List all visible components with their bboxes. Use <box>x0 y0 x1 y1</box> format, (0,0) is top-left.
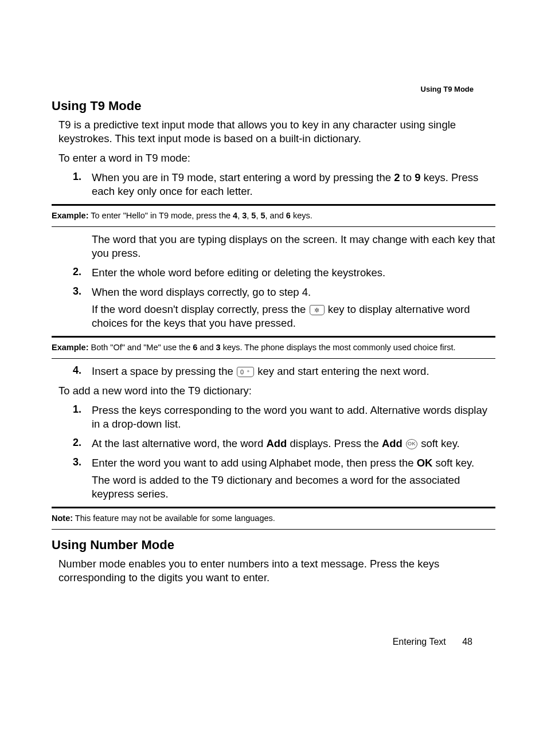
page-number: 48 <box>462 637 472 647</box>
list-item: 2. Enter the whole word before editing o… <box>58 266 495 280</box>
text: keys. The phone displays the most common… <box>221 343 456 352</box>
text: If the word doesn't display correctly, p… <box>92 303 309 315</box>
list-number: 4. <box>58 365 84 377</box>
list-item: 2. At the last alternative word, the wor… <box>58 437 495 451</box>
bold-text: OK <box>417 457 433 469</box>
ordered-list: 4. Insert a space by pressing the 0 ⁺ ke… <box>58 365 495 378</box>
list-number: 3. <box>58 285 84 297</box>
footer-section: Entering Text <box>393 637 446 647</box>
continuation: If the word doesn't display correctly, p… <box>92 303 495 330</box>
text: When the word displays correctly, go to … <box>92 286 311 298</box>
list-text: Enter the whole word before editing or d… <box>84 266 495 280</box>
heading-using-t9-mode: Using T9 Mode <box>52 99 495 113</box>
key-label: 5 <box>260 211 265 220</box>
ordered-list: The word that you are typing displays on… <box>58 233 495 330</box>
key-label: 6 <box>286 211 291 220</box>
bold-text: Add <box>382 437 403 449</box>
list-number: 2. <box>58 266 84 278</box>
list-text: Enter the word you want to add using Alp… <box>84 456 495 501</box>
text: key and start entering the next word. <box>257 365 429 377</box>
list-item: 1. When you are in T9 mode, start enteri… <box>58 171 495 198</box>
content: Using T9 Mode T9 is a predictive text in… <box>52 99 495 585</box>
text: Insert a space by pressing the <box>92 365 236 377</box>
list-number: 2. <box>58 437 84 449</box>
example-label: Example: <box>52 343 88 352</box>
text: , <box>237 211 242 220</box>
key-label: 2 <box>394 171 400 183</box>
list-text: When you are in T9 mode, start entering … <box>84 171 495 198</box>
zero-key-icon: 0 ⁺ <box>237 367 254 377</box>
text: to <box>400 171 415 183</box>
list-item: 3. When the word displays correctly, go … <box>58 285 495 330</box>
list-number: 3. <box>58 456 84 468</box>
ordered-list: 1. Press the keys corresponding to the w… <box>58 404 495 501</box>
list-item: 3. Enter the word you want to add using … <box>58 456 495 501</box>
continuation: The word is added to the T9 dictionary a… <box>92 473 495 501</box>
paragraph: To enter a word in T9 mode: <box>58 151 495 165</box>
page: Using T9 Mode Using T9 Mode T9 is a pred… <box>0 0 547 756</box>
text: and <box>197 343 216 352</box>
example-label: Example: <box>52 211 88 220</box>
example-box: Example: To enter "Hello" in T9 mode, pr… <box>52 204 495 227</box>
ordered-list: 1. When you are in T9 mode, start enteri… <box>58 171 495 198</box>
text: keys. <box>291 211 312 220</box>
star-key-icon: ✲ <box>310 305 325 315</box>
text: When you are in T9 mode, start entering … <box>92 171 394 183</box>
list-text: When the word displays correctly, go to … <box>84 285 495 330</box>
text: Enter the word you want to add using Alp… <box>92 457 417 469</box>
key-label: 3 <box>216 343 221 352</box>
text: Both "Of" and "Me" use the <box>88 343 193 352</box>
list-item: 4. Insert a space by pressing the 0 ⁺ ke… <box>58 365 495 378</box>
text: soft key. <box>421 437 460 449</box>
heading-using-number-mode: Using Number Mode <box>52 538 495 553</box>
list-item: The word that you are typing displays on… <box>58 233 495 260</box>
text: , and <box>265 211 286 220</box>
text: soft key. <box>432 457 474 469</box>
list-text: Insert a space by pressing the 0 ⁺ key a… <box>84 365 495 378</box>
text: This feature may not be available for so… <box>73 514 275 523</box>
key-label: 4 <box>233 211 237 220</box>
text: To enter "Hello" in T9 mode, press the <box>88 211 233 220</box>
text: displays. Press the <box>287 437 382 449</box>
list-text: At the last alternative word, the word A… <box>84 437 495 451</box>
list-number: 1. <box>58 171 84 183</box>
page-footer: Entering Text 48 <box>393 637 472 647</box>
list-item: 1. Press the keys corresponding to the w… <box>58 404 495 431</box>
list-text: Press the keys corresponding to the word… <box>84 404 495 431</box>
paragraph: T9 is a predictive text input mode that … <box>58 118 495 146</box>
list-text: The word that you are typing displays on… <box>84 233 495 260</box>
bold-text: Add <box>266 437 287 449</box>
list-number: 1. <box>58 404 84 416</box>
key-label: 9 <box>415 171 420 183</box>
note-label: Note: <box>52 514 73 523</box>
note-box: Note: This feature may not be available … <box>52 507 495 530</box>
paragraph: Number mode enables you to enter numbers… <box>58 557 495 585</box>
ok-key-icon: OK <box>406 439 417 449</box>
example-box: Example: Both "Of" and "Me" use the 6 an… <box>52 336 495 359</box>
running-head: Using T9 Mode <box>421 85 474 93</box>
paragraph: To add a new word into the T9 dictionary… <box>58 384 495 398</box>
text: At the last alternative word, the word <box>92 437 266 449</box>
